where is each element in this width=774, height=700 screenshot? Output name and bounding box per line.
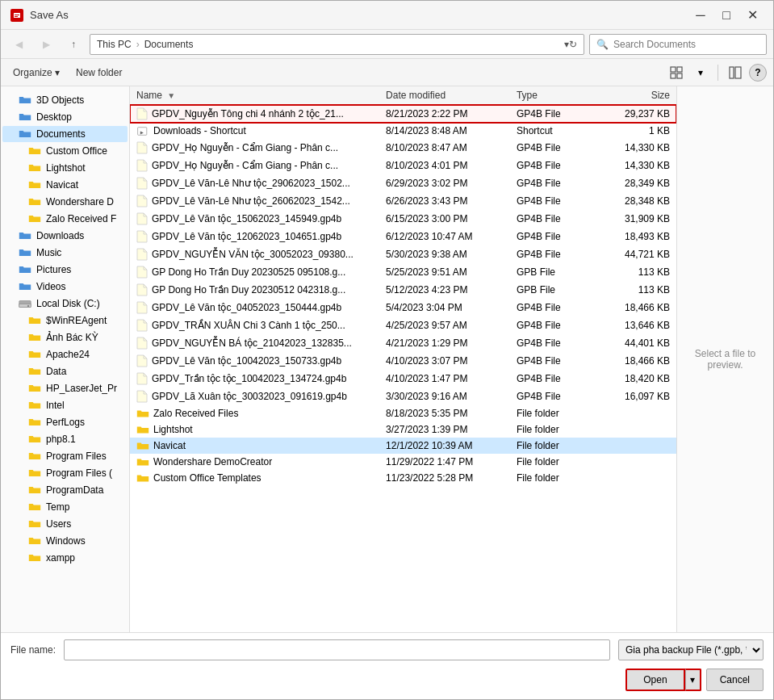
cell-size: 31,909 KB bbox=[617, 210, 676, 228]
sidebar-label-data: Data bbox=[46, 366, 66, 377]
sidebar-label-pfx: Program Files ( bbox=[46, 467, 112, 479]
table-row[interactable]: Navicat 12/1/2022 10:39 AM File folder bbox=[130, 438, 676, 454]
search-bar[interactable]: 🔍 bbox=[589, 34, 767, 55]
sidebar-item-3d-objects[interactable]: 3D Objects bbox=[2, 92, 128, 108]
sidebar-item-desktop[interactable]: Desktop bbox=[2, 109, 128, 125]
table-row[interactable]: GPDV_NGUYỄN BÁ tộc_21042023_132835... 4/… bbox=[130, 334, 676, 352]
view-pane-button[interactable] bbox=[725, 63, 746, 82]
open-dropdown-button[interactable]: ▾ bbox=[685, 669, 701, 691]
sidebar-item-hp-laserjet[interactable]: HP_LaserJet_Pr bbox=[2, 380, 128, 396]
sidebar-item-data[interactable]: Data bbox=[2, 363, 128, 379]
cell-date: 8/14/2023 8:48 AM bbox=[379, 123, 510, 139]
table-row[interactable]: Zalo Received Files 8/18/2023 5:35 PM Fi… bbox=[130, 405, 676, 421]
cell-name: GPDV_Họ Nguyễn - Cẩm Giang - Phân c... bbox=[130, 139, 379, 157]
sidebar-item-intel[interactable]: Intel bbox=[2, 397, 128, 413]
table-row[interactable]: Lightshot 3/27/2023 1:39 PM File folder bbox=[130, 421, 676, 438]
table-row[interactable]: GPDV_TRẦN XUÂN Chi 3 Cành 1 tộc_250... 4… bbox=[130, 316, 676, 334]
sidebar-item-temp[interactable]: Temp bbox=[2, 499, 128, 515]
sidebar-label-navicat: Navicat bbox=[46, 179, 78, 191]
col-name-header[interactable]: Name ▼ bbox=[130, 86, 379, 105]
sidebar-item-pictures[interactable]: Pictures bbox=[2, 262, 128, 278]
view-dropdown-button[interactable]: ▾ bbox=[690, 63, 711, 82]
cancel-button[interactable]: Cancel bbox=[706, 669, 764, 691]
table-row[interactable]: Custom Office Templates 11/23/2022 5:28 … bbox=[130, 470, 676, 486]
sidebar-item-local-disk[interactable]: Local Disk (C:) bbox=[2, 296, 128, 312]
table-row[interactable]: Wondershare DemoCreator 11/29/2022 1:47 … bbox=[130, 454, 676, 470]
table-row[interactable]: GPDV_Nguyễn Tông chi 4 nhánh 2 tộc_21...… bbox=[130, 105, 676, 124]
minimize-button[interactable]: ─ bbox=[689, 6, 712, 25]
sidebar-item-documents[interactable]: Documents bbox=[2, 126, 128, 142]
sidebar-label-zalo: Zalo Received F bbox=[46, 213, 116, 224]
sidebar-item-music[interactable]: Music bbox=[2, 245, 128, 261]
cell-date: 12/1/2022 10:39 AM bbox=[379, 438, 510, 454]
view-options-button[interactable] bbox=[666, 63, 687, 82]
sidebar-item-perflogs[interactable]: PerfLogs bbox=[2, 414, 128, 430]
file-icon bbox=[136, 107, 148, 120]
sidebar-item-swinreagent[interactable]: $WinREAgent bbox=[2, 312, 128, 329]
sidebar-item-program-files[interactable]: Program Files bbox=[2, 448, 128, 464]
table-row[interactable]: GPDV_Lê Văn-Lê Như tộc_26062023_1542... … bbox=[130, 192, 676, 210]
table-row[interactable]: GP Dong Ho Trần Duy 20230512 042318.g...… bbox=[130, 281, 676, 299]
col-date-header[interactable]: Date modified bbox=[379, 86, 510, 105]
table-row[interactable]: GPDV_Họ Nguyễn - Cẩm Giang - Phân c... 8… bbox=[130, 139, 676, 157]
organize-button[interactable]: Organize ▾ bbox=[7, 64, 65, 82]
svg-rect-6 bbox=[671, 73, 676, 78]
sidebar-item-lightshot[interactable]: Lightshot bbox=[2, 160, 128, 176]
sidebar-item-users[interactable]: Users bbox=[2, 516, 128, 532]
open-button[interactable]: Open bbox=[625, 669, 684, 691]
sidebar-item-custom-office[interactable]: Custom Office bbox=[2, 143, 128, 159]
table-row[interactable]: GPDV_Lê Văn tộc_04052023_150444.gp4b 5/4… bbox=[130, 299, 676, 316]
refresh-button[interactable]: ↻ bbox=[569, 39, 577, 50]
sidebar-item-programdata[interactable]: ProgramData bbox=[2, 482, 128, 498]
table-row[interactable]: GPDV_Trần tộc tộc_10042023_134724.gp4b 4… bbox=[130, 370, 676, 388]
col-size-header[interactable]: Size bbox=[617, 86, 676, 105]
new-folder-button[interactable]: New folder bbox=[70, 64, 128, 82]
sidebar-label-documents: Documents bbox=[36, 128, 86, 140]
view-chevron-icon: ▾ bbox=[698, 67, 703, 78]
table-row[interactable]: Downloads - Shortcut 8/14/2023 8:48 AM S… bbox=[130, 123, 676, 139]
cell-name: Custom Office Templates bbox=[130, 470, 379, 486]
col-type-header[interactable]: Type bbox=[510, 86, 617, 105]
folder-icon-swinr bbox=[28, 316, 41, 325]
sidebar-item-windows[interactable]: Windows bbox=[2, 533, 128, 549]
table-row[interactable]: GPDV_Lê Văn-Lê Như tộc_29062023_1502... … bbox=[130, 174, 676, 192]
sidebar-item-wondershare[interactable]: Wondershare D bbox=[2, 194, 128, 210]
table-row[interactable]: GPDV_Lê Văn tộc_15062023_145949.gp4b 6/1… bbox=[130, 210, 676, 228]
address-bar[interactable]: This PC › Documents ▾ ↻ bbox=[90, 34, 584, 55]
table-row[interactable]: GPDV_Lã Xuân tộc_30032023_091619.gp4b 3/… bbox=[130, 388, 676, 405]
cell-date: 6/29/2023 3:02 PM bbox=[379, 174, 510, 192]
back-button[interactable]: ◀ bbox=[7, 34, 30, 55]
sidebar-item-videos[interactable]: Videos bbox=[2, 279, 128, 295]
sidebar-label-apache: Apache24 bbox=[46, 349, 90, 360]
sidebar-item-anh-bac-ky[interactable]: Ảnh Bác KỲ bbox=[2, 329, 128, 346]
table-row[interactable]: GPDV_Họ Nguyễn - Cẩm Giang - Phân c... 8… bbox=[130, 157, 676, 174]
sidebar-item-php81[interactable]: php8.1 bbox=[2, 431, 128, 447]
sidebar-item-downloads[interactable]: Downloads bbox=[2, 228, 128, 244]
cell-date: 5/4/2023 3:04 PM bbox=[379, 299, 510, 316]
pane-icon bbox=[729, 66, 742, 79]
folder-yellow-icon-custom bbox=[28, 146, 41, 156]
filename-input[interactable] bbox=[64, 639, 610, 660]
search-input[interactable] bbox=[613, 39, 759, 50]
table-row[interactable]: GPDV_Lê Văn tộc_12062023_104651.gp4b 6/1… bbox=[130, 228, 676, 245]
cell-name: GPDV_Họ Nguyễn - Cẩm Giang - Phân c... bbox=[130, 157, 379, 174]
help-button[interactable]: ? bbox=[749, 64, 767, 82]
sidebar-item-zalo[interactable]: Zalo Received F bbox=[2, 211, 128, 227]
cell-name: GPDV_Lã Xuân tộc_30032023_091619.gp4b bbox=[130, 388, 379, 405]
close-button[interactable]: ✕ bbox=[741, 6, 764, 25]
up-button[interactable]: ↑ bbox=[62, 34, 85, 55]
cell-date: 11/23/2022 5:28 PM bbox=[379, 470, 510, 486]
forward-button[interactable]: ▶ bbox=[35, 34, 57, 55]
filetype-select[interactable]: Gia pha backup File (*.gpb, *.gp bbox=[618, 639, 764, 660]
table-row[interactable]: GPDV_Lê Văn tộc_10042023_150733.gp4b 4/1… bbox=[130, 352, 676, 370]
folder-icon-perf bbox=[28, 417, 41, 427]
sidebar-item-apache24[interactable]: Apache24 bbox=[2, 346, 128, 363]
table-row[interactable]: GPDV_NGUYỄN VĂN tộc_30052023_09380... 5/… bbox=[130, 245, 676, 263]
sidebar-item-xampp[interactable]: xampp bbox=[2, 550, 128, 566]
sidebar-item-navicat[interactable]: Navicat bbox=[2, 177, 128, 193]
table-row[interactable]: GP Dong Ho Trần Duy 20230525 095108.g...… bbox=[130, 263, 676, 281]
sidebar-item-program-files-x86[interactable]: Program Files ( bbox=[2, 465, 128, 481]
folder-icon-windows bbox=[28, 536, 41, 546]
search-icon: 🔍 bbox=[596, 39, 609, 50]
maximize-button[interactable]: □ bbox=[715, 6, 738, 25]
